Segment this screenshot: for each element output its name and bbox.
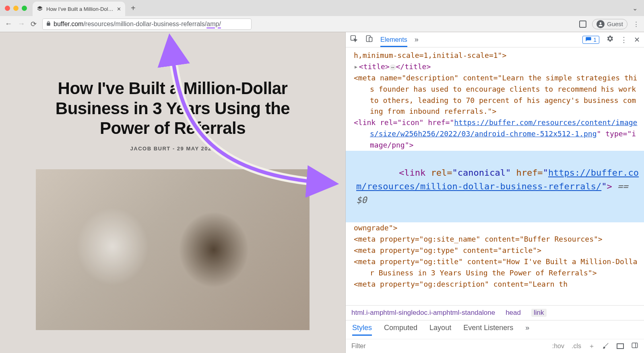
lock-icon [46,21,51,27]
cls-toggle[interactable]: .cls [572,343,581,350]
article-headline: How I've Built a Million-Dollar Business… [44,78,301,138]
styles-toolbar: :hov .cls ＋ [346,339,644,353]
toolbar-right: Guest ⋮ [579,19,639,29]
devtools-menu-icon[interactable]: ⋮ [620,35,627,44]
elements-tree[interactable]: h,minimum-scale=1,initial-scale=1"> ▸<ti… [346,47,644,305]
settings-gear-icon[interactable] [606,35,614,45]
code-line[interactable]: <meta property="og:title" content="How I… [346,256,644,279]
article: How I've Built a Million-Dollar Business… [0,32,345,330]
tab-event-listeners[interactable]: Event Listeners [463,324,513,336]
back-button[interactable]: ← [5,20,12,28]
browser-chrome: How I've Built a Million-Dollar B ✕ + ⌄ … [0,0,644,32]
close-window-button[interactable] [5,6,10,11]
svg-rect-4 [632,343,638,348]
buffer-logo-icon[interactable] [0,52,345,67]
code-line[interactable]: <meta name="description" content="Learn … [346,72,644,117]
profile-button[interactable]: Guest [592,19,627,29]
svg-point-0 [600,22,602,24]
breadcrumb-link[interactable]: link [531,309,547,317]
devtools-close-icon[interactable]: ✕ [634,35,640,44]
address-bar[interactable]: buffer.com/resources/million-dollar-busi… [42,18,252,30]
reload-button[interactable]: ⟳ [31,20,37,29]
breadcrumb-root[interactable]: html.i-amphtml-singledoc.i-amphtml-stand… [351,309,495,317]
browser-tab[interactable]: How I've Built a Million-Dollar B ✕ [33,2,125,16]
url-host: buffer.com [54,21,83,27]
breadcrumb-head[interactable]: head [506,309,521,317]
hov-toggle[interactable]: :hov [552,343,564,350]
tab-bar: How I've Built a Million-Dollar B ✕ + ⌄ [0,0,644,16]
code-line-title[interactable]: ▸<title>⋯</title> [346,61,644,72]
minimize-window-button[interactable] [13,6,19,11]
device-toggle-icon[interactable] [365,35,373,45]
new-tab-button[interactable]: + [131,4,136,13]
tabs-overflow-icon[interactable]: ⌄ [632,4,638,12]
extensions-icon[interactable] [579,21,586,28]
elements-breadcrumb[interactable]: html.i-amphtml-singledoc.i-amphtml-stand… [346,305,644,320]
styles-tabbar: Styles Computed Layout Event Listeners » [346,320,644,339]
kebab-menu-icon[interactable]: ⋮ [633,21,639,28]
styles-filter-input[interactable] [351,343,392,350]
code-line[interactable]: h,minimum-scale=1,initial-scale=1"> [346,50,644,61]
tab-close-icon[interactable]: ✕ [117,6,121,12]
styles-brush-icon[interactable] [602,342,609,351]
forward-button[interactable]: → [18,20,25,28]
code-line[interactable]: <meta property="og:description" content=… [346,279,644,290]
styles-overflow-icon[interactable]: » [525,324,529,336]
selected-element-line[interactable]: <link rel="canonical" href="https://buff… [346,151,644,222]
new-style-icon[interactable]: ＋ [588,342,595,351]
devtools-tabbar: Elements » 1 ⋮ ✕ [346,32,644,47]
tabs-overflow-icon[interactable]: » [415,35,419,44]
avatar-icon [597,20,605,28]
buffer-favicon-icon [37,6,43,12]
hero-image [36,169,310,330]
maximize-window-button[interactable] [22,6,27,11]
profile-label: Guest [607,21,623,27]
code-line[interactable]: <meta property="og:site_name" content="B… [346,234,644,245]
issues-badge[interactable]: 1 [582,36,599,44]
url-path: /resources/million-dollar-business-refer… [83,21,206,27]
tab-styles[interactable]: Styles [352,324,372,336]
main-split: How I've Built a Million-Dollar Business… [0,32,644,353]
issues-count: 1 [593,37,597,43]
code-line[interactable]: <link rel="icon" href="https://buffer.co… [346,117,644,151]
tab-elements[interactable]: Elements [380,36,407,43]
styles-side-toggle-icon[interactable] [631,342,638,351]
tab-computed[interactable]: Computed [384,324,417,336]
tab-layout[interactable]: Layout [429,324,451,336]
computed-box-icon[interactable] [617,343,624,349]
tab-title: How I've Built a Million-Dollar B [46,6,114,12]
svg-rect-3 [369,37,372,42]
url-text: buffer.com/resources/million-dollar-busi… [54,21,221,28]
page-viewport[interactable]: How I've Built a Million-Dollar Business… [0,32,345,353]
window-controls [5,6,27,11]
article-byline: JACOB BURT - 29 MAY 2023 [0,146,345,152]
devtools-panel: Elements » 1 ⋮ ✕ h,minimum-scale=1,initi… [345,32,644,353]
code-line[interactable]: owngrade"> [346,222,644,234]
toolbar: ← → ⟳ buffer.com/resources/million-dolla… [0,16,644,32]
inspect-icon[interactable] [350,35,358,45]
url-amp-segment: amp/ [206,21,221,27]
code-line[interactable]: <meta property="og:type" content="articl… [346,245,644,256]
